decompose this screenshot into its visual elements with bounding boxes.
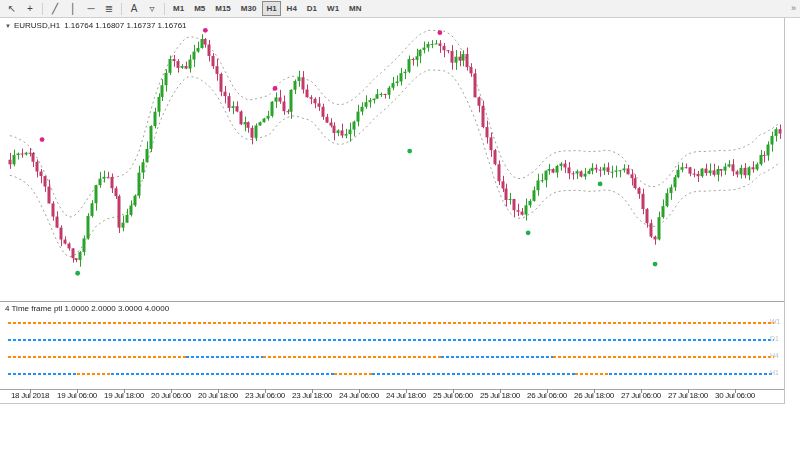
tf-run xyxy=(8,373,77,375)
date-label: 25 Jul 18:00 xyxy=(480,391,520,400)
tf-run xyxy=(8,356,186,358)
timeframe-button-w1[interactable]: W1 xyxy=(323,1,343,16)
indicator-label: 4 Time frame ptl 1.0000 2.0000 3.0000 4.… xyxy=(5,304,169,313)
date-label: 30 Jul 06:00 xyxy=(715,391,755,400)
pane-separator-main[interactable] xyxy=(0,301,784,302)
tf-row-h4 xyxy=(8,356,774,358)
tf-run xyxy=(372,373,575,375)
chart-right-border xyxy=(784,18,785,404)
timeframe-button-m1[interactable]: M1 xyxy=(169,1,188,16)
symbol-label: EURUSD,H1 xyxy=(14,21,60,30)
date-label: 26 Jul 18:00 xyxy=(574,391,614,400)
tf-row-w1 xyxy=(8,322,774,324)
chart-collapse-icon[interactable]: ▼ xyxy=(5,23,11,29)
trendline-icon[interactable]: ╱ xyxy=(47,1,63,16)
date-label: 24 Jul 18:00 xyxy=(386,391,426,400)
tf-row-label-h1: H1 xyxy=(770,369,779,377)
date-label: 20 Jul 18:00 xyxy=(198,391,238,400)
date-label: 27 Jul 06:00 xyxy=(621,391,661,400)
date-label: 27 Jul 18:00 xyxy=(668,391,708,400)
ohlc-values: 1.16764 1.16807 1.16737 1.16761 xyxy=(64,21,186,30)
timeframe-button-m5[interactable]: M5 xyxy=(190,1,209,16)
timeframe-button-mn[interactable]: MN xyxy=(345,1,365,16)
toolbar-separator xyxy=(121,3,122,15)
fibonacci-icon[interactable]: ≣ xyxy=(101,1,117,16)
horizontal-line-icon[interactable]: ─ xyxy=(83,1,99,16)
window-bottom-border xyxy=(0,403,784,404)
date-label: 24 Jul 06:00 xyxy=(339,391,379,400)
tf-run xyxy=(553,356,774,358)
toolbar-separator xyxy=(164,3,165,15)
toolbar-overflow-icon[interactable]: » xyxy=(791,3,796,13)
date-label: 20 Jul 06:00 xyxy=(151,391,191,400)
tf-row-h1 xyxy=(8,373,774,375)
cursor-icon[interactable]: ↖ xyxy=(4,1,20,16)
tf-run xyxy=(575,373,609,375)
date-label: 25 Jul 06:00 xyxy=(433,391,473,400)
date-label: 26 Jul 06:00 xyxy=(527,391,567,400)
pane-separator-axis xyxy=(0,389,784,390)
date-label: 23 Jul 18:00 xyxy=(292,391,332,400)
arrows-icon[interactable]: ▿ xyxy=(144,1,160,16)
timeframe-button-m15[interactable]: M15 xyxy=(211,1,235,16)
tf-row-label-d1: D1 xyxy=(770,335,779,343)
timeframe-button-m30[interactable]: M30 xyxy=(237,1,261,16)
toolbar: ↖+╱│─≣A▿M1M5M15M30H1H4D1W1MN xyxy=(0,0,800,18)
crosshair-icon[interactable]: + xyxy=(22,1,38,16)
date-label: 18 Jul 2018 xyxy=(11,391,49,400)
tf-run xyxy=(8,322,774,324)
tf-run xyxy=(263,356,441,358)
toolbar-separator xyxy=(42,3,43,15)
date-label: 19 Jul 06:00 xyxy=(57,391,97,400)
tf-run xyxy=(334,373,372,375)
timeframe-button-h1[interactable]: H1 xyxy=(262,1,280,16)
tf-row-label-h4: H4 xyxy=(770,352,779,360)
mt4-window: ↖+╱│─≣A▿M1M5M15M30H1H4D1W1MN » ▼EURUSD,H… xyxy=(0,0,800,450)
tf-run xyxy=(8,339,774,341)
tf-row-d1 xyxy=(8,339,774,341)
text-icon[interactable]: A xyxy=(126,1,142,16)
tf-row-label-w1: W1 xyxy=(770,318,781,326)
tf-run xyxy=(111,373,333,375)
symbol-ohlc-label: ▼EURUSD,H11.16764 1.16807 1.16737 1.1676… xyxy=(5,21,187,30)
timeframe-button-d1[interactable]: D1 xyxy=(303,1,321,16)
timeframe-button-h4[interactable]: H4 xyxy=(283,1,301,16)
tf-run xyxy=(186,356,263,358)
tf-run xyxy=(77,373,111,375)
vertical-line-icon[interactable]: │ xyxy=(65,1,81,16)
price-chart-canvas[interactable] xyxy=(0,18,800,302)
tf-run xyxy=(609,373,774,375)
date-label: 23 Jul 06:00 xyxy=(245,391,285,400)
tf-run xyxy=(441,356,554,358)
date-label: 19 Jul 18:00 xyxy=(104,391,144,400)
